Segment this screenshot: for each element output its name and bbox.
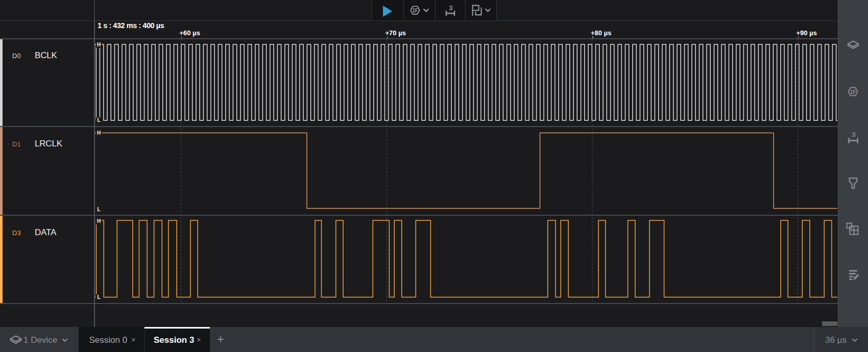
svg-text:3: 3	[852, 131, 856, 138]
svg-text:1F: 1F	[850, 89, 856, 95]
